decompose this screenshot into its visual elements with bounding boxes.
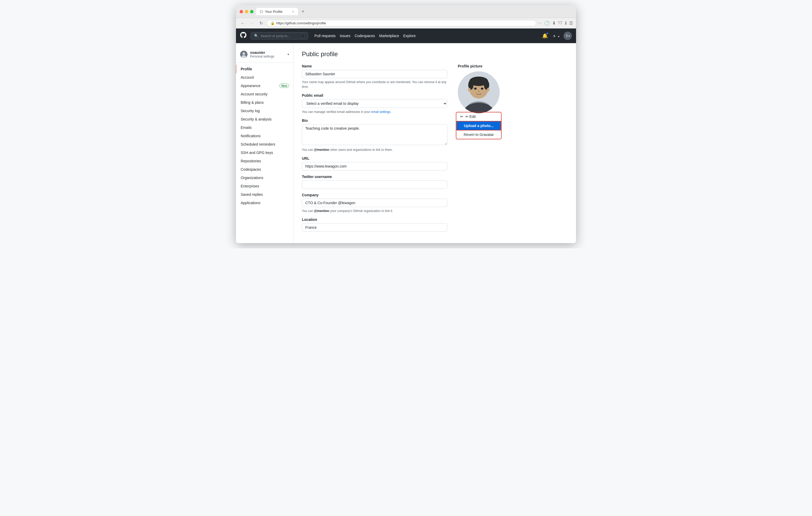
nav-issues[interactable]: Issues [340, 34, 350, 38]
edit-photo-label: ✏ Edit [465, 115, 476, 119]
settings-sidebar: ssaunier Personal settings ▾ Profile Acc… [236, 43, 293, 243]
sidebar-item-label: Saved replies [241, 192, 263, 196]
browser-tab[interactable]: ⬡ Your Profile × [256, 8, 298, 15]
sidebar-item-scheduled-reminders[interactable]: Scheduled reminders [236, 140, 293, 149]
sidebar-item-label: Codespaces [241, 167, 261, 172]
sidebar-item-label: Scheduled reminders [241, 142, 275, 146]
company-input[interactable] [302, 199, 447, 207]
sidebar-item-security-log[interactable]: Security log [236, 107, 293, 115]
sidebar-item-label: Enterprises [241, 184, 259, 188]
tab-close-btn[interactable]: × [292, 9, 294, 13]
email-settings-link[interactable]: email settings. [371, 110, 392, 114]
sidebar-item-label: Security log [241, 109, 260, 113]
upload-photo-btn[interactable]: Upload a photo... [457, 121, 501, 130]
svg-point-11 [481, 88, 484, 90]
location-label: Location [302, 217, 447, 222]
maximize-window-btn[interactable] [250, 10, 254, 13]
search-placeholder: Search or jump to... [261, 34, 290, 38]
close-window-btn[interactable] [240, 10, 243, 13]
url-input[interactable] [302, 162, 447, 171]
profile-picture-label: Profile picture [458, 64, 521, 68]
sidebar-item-emails[interactable]: Emails [236, 123, 293, 132]
name-label: Name [302, 64, 447, 68]
sidebar-item-repositories[interactable]: Repositories [236, 157, 293, 165]
search-bar[interactable]: 🔍 Search or jump to... / [251, 32, 308, 39]
svg-point-13 [468, 88, 471, 91]
minimize-window-btn[interactable] [245, 10, 248, 13]
forward-btn[interactable]: → [249, 20, 256, 26]
twitter-field-group: Twitter username [302, 175, 447, 189]
sidebar-nav: Profile Account Appearance New Account s… [236, 65, 293, 207]
nav-codespaces[interactable]: Codespaces [354, 34, 375, 38]
bio-textarea[interactable]: Teaching code to creative people. [302, 124, 447, 145]
nav-marketplace[interactable]: Marketplace [379, 34, 399, 38]
shield-icon[interactable]: 🛡 [558, 21, 562, 26]
revert-gravatar-btn[interactable]: Revert to Gravatar [457, 130, 501, 139]
nav-explore[interactable]: Explore [403, 34, 416, 38]
traffic-lights [240, 10, 254, 13]
notifications-btn[interactable]: 🔔 [542, 33, 548, 39]
url-display: https://github.com/settings/profile [276, 21, 532, 25]
sidebar-item-enterprises[interactable]: Enterprises [236, 182, 293, 190]
edit-photo-btn[interactable]: ✏ ✏ Edit [457, 113, 501, 121]
location-input[interactable] [302, 223, 447, 232]
sidebar-item-label: Notifications [241, 134, 261, 138]
sidebar-item-appearance[interactable]: Appearance New [236, 82, 293, 90]
avatar-initial: S [566, 34, 568, 38]
profile-avatar-circle [458, 71, 500, 113]
download-icon[interactable]: ⬇ [552, 21, 556, 26]
upload-photo-label: Upload a photo... [464, 124, 494, 128]
info-icon[interactable]: ℹ [565, 21, 567, 26]
refresh-btn[interactable]: ↻ [258, 20, 264, 26]
back-btn[interactable]: ← [239, 20, 246, 26]
github-header: 🔍 Search or jump to... / Pull requests I… [236, 29, 576, 43]
github-logo[interactable] [240, 32, 246, 40]
sidebar-item-applications[interactable]: Applications [236, 199, 293, 207]
name-field-group: Name Your name may appear around GitHub … [302, 64, 447, 89]
name-input[interactable] [302, 70, 447, 78]
menu-icon[interactable]: ☰ [569, 21, 573, 26]
sidebar-item-profile[interactable]: Profile [236, 65, 293, 73]
location-field-group: Location [302, 217, 447, 232]
sidebar-item-label: Applications [241, 201, 261, 205]
revert-gravatar-label: Revert to Gravatar [464, 132, 494, 137]
sidebar-item-account[interactable]: Account [236, 73, 293, 82]
nav-pull-requests[interactable]: Pull requests [314, 34, 336, 38]
more-btn[interactable]: ··· [539, 21, 542, 26]
public-email-select[interactable]: Select a verified email to display [302, 99, 447, 108]
user-avatar-header[interactable]: S ▾ [563, 32, 572, 40]
profile-picture-wrapper: ✏ ✏ Edit Upload a photo... Revert to Gra… [458, 71, 500, 113]
history-icon[interactable]: 🕐 [544, 21, 550, 26]
sidebar-item-organizations[interactable]: Organizations [236, 174, 293, 182]
sidebar-user[interactable]: ssaunier Personal settings ▾ [236, 48, 293, 63]
address-bar[interactable]: 🔒 https://github.com/settings/profile [267, 20, 536, 26]
sidebar-item-label: Emails [241, 125, 252, 130]
bio-mention: @mention [314, 148, 329, 152]
public-email-label: Public email [302, 93, 447, 97]
sidebar-item-codespaces[interactable]: Codespaces [236, 165, 293, 174]
search-icon: 🔍 [254, 34, 258, 38]
sidebar-item-security-analysis[interactable]: Security & analysis [236, 115, 293, 123]
svg-point-12 [478, 90, 480, 92]
sidebar-item-notifications[interactable]: Notifications [236, 132, 293, 140]
tab-favicon: ⬡ [260, 9, 263, 13]
sidebar-item-ssh-gpg[interactable]: SSH and GPG keys [236, 149, 293, 157]
new-tab-btn[interactable]: + [301, 9, 304, 14]
sidebar-item-saved-replies[interactable]: Saved replies [236, 190, 293, 199]
sidebar-item-account-security[interactable]: Account security [236, 90, 293, 98]
sidebar-item-label: Account security [241, 92, 268, 96]
plus-menu-btn[interactable]: ＋ ▾ [552, 33, 559, 39]
header-right: 🔔 ＋ ▾ S ▾ [542, 32, 572, 40]
name-hint: Your name may appear around GitHub where… [302, 80, 447, 89]
sidebar-item-billing[interactable]: Billing & plans [236, 98, 293, 107]
notification-dot [546, 32, 548, 34]
page-title: Public profile [302, 51, 521, 58]
page-container: ssaunier Personal settings ▾ Profile Acc… [236, 43, 576, 243]
avatar-chevron-icon: ▾ [569, 34, 570, 37]
sidebar-user-info: ssaunier Personal settings [250, 51, 285, 58]
twitter-label: Twitter username [302, 175, 447, 179]
twitter-input[interactable] [302, 180, 447, 189]
sidebar-item-label: Billing & plans [241, 100, 264, 104]
public-email-field-group: Public email Select a verified email to … [302, 93, 447, 114]
sidebar-item-label: Account [241, 75, 254, 80]
